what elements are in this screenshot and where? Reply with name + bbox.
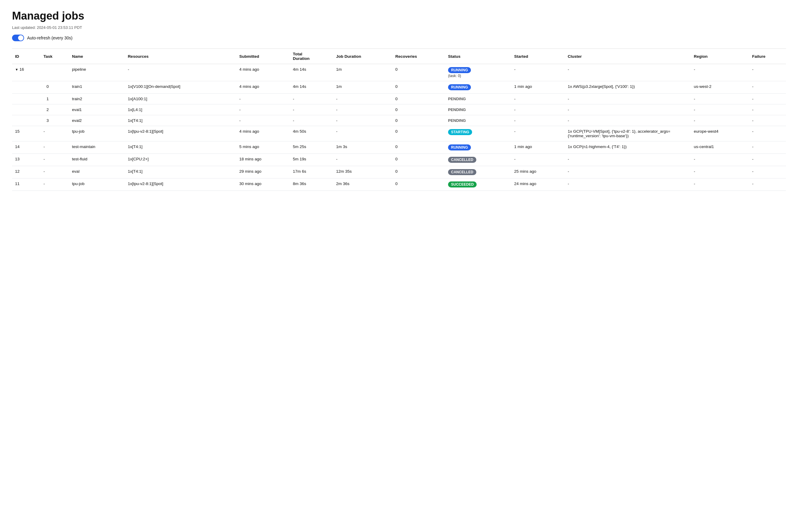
cell-total-duration: 5m 25s — [290, 141, 333, 154]
cell-cluster: - — [565, 154, 691, 166]
cell-task — [41, 64, 69, 81]
cell-job-duration: - — [333, 115, 392, 126]
expand-arrow[interactable]: ▼ — [15, 68, 18, 71]
cell-total-duration: - — [290, 104, 333, 115]
cell-name: train2 — [69, 94, 125, 104]
col-started: Started — [511, 49, 565, 64]
cell-job-duration: - — [333, 94, 392, 104]
status-badge: PENDING — [448, 97, 466, 101]
cell-started: - — [511, 104, 565, 115]
table-row: ▼ 16pipeline-4 mins ago4m 14s1m0RUNNING(… — [12, 64, 786, 81]
cell-status: RUNNING(task: 0) — [445, 64, 511, 81]
cell-failure: - — [749, 141, 786, 154]
auto-refresh-label: Auto-refresh (every 30s) — [27, 36, 73, 40]
cell-started: 1 min ago — [511, 81, 565, 94]
col-cluster: Cluster — [565, 49, 691, 64]
cell-submitted: 4 mins ago — [236, 81, 290, 94]
col-recoveries: Recoveries — [392, 49, 445, 64]
cell-total-duration: 4m 14s — [290, 64, 333, 81]
cell-started: - — [511, 94, 565, 104]
cell-status: STARTING — [445, 126, 511, 141]
status-badge: CANCELLED — [448, 157, 476, 163]
cell-task: - — [41, 178, 69, 191]
cell-submitted: 30 mins ago — [236, 178, 290, 191]
cell-total-duration: 17m 6s — [290, 166, 333, 178]
cell-task: - — [41, 154, 69, 166]
cell-job-duration: - — [333, 154, 392, 166]
cell-name: eval2 — [69, 115, 125, 126]
status-badge: PENDING — [448, 118, 466, 123]
col-task: Task — [41, 49, 69, 64]
table-header-row: ID Task Name Resources Submitted TotalDu… — [12, 49, 786, 64]
cell-cluster: - — [565, 64, 691, 81]
cell-name: tpu-job — [69, 126, 125, 141]
col-resources: Resources — [125, 49, 236, 64]
status-badge: PENDING — [448, 108, 466, 112]
cell-total-duration: - — [290, 94, 333, 104]
cell-recoveries: 0 — [392, 141, 445, 154]
table-row: 11-tpu-job1x[tpu-v2-8:1][Spot]30 mins ag… — [12, 178, 786, 191]
cell-task: - — [41, 166, 69, 178]
cell-id: 13 — [12, 154, 41, 166]
table-row: 0train11x[V100:1][On-demand|Spot]4 mins … — [12, 81, 786, 94]
col-id: ID — [12, 49, 41, 64]
col-name: Name — [69, 49, 125, 64]
table-row: 2eval11x[L4:1]---0PENDING---- — [12, 104, 786, 115]
cell-cluster: - — [565, 94, 691, 104]
cell-started: 1 min ago — [511, 141, 565, 154]
cell-started: - — [511, 115, 565, 126]
cell-recoveries: 0 — [392, 126, 445, 141]
cell-cluster: 1x AWS(p3.2xlarge[Spot], {'V100': 1}) — [565, 81, 691, 94]
cell-status: CANCELLED — [445, 166, 511, 178]
cell-job-duration: 1m 3s — [333, 141, 392, 154]
cell-id — [12, 81, 41, 94]
cell-region: europe-west4 — [691, 126, 749, 141]
cell-id: 15 — [12, 126, 41, 141]
cell-task: 2 — [41, 104, 69, 115]
table-row: 12-eval1x[T4:1]29 mins ago17m 6s12m 35s0… — [12, 166, 786, 178]
col-job-duration: Job Duration — [333, 49, 392, 64]
cell-submitted: 4 mins ago — [236, 64, 290, 81]
cell-failure: - — [749, 64, 786, 81]
cell-started: 24 mins ago — [511, 178, 565, 191]
cell-status: PENDING — [445, 104, 511, 115]
auto-refresh-toggle[interactable] — [12, 35, 24, 41]
cell-failure: - — [749, 115, 786, 126]
cell-status: SUCCEEDED — [445, 178, 511, 191]
cell-id — [12, 115, 41, 126]
cell-submitted: 4 mins ago — [236, 126, 290, 141]
cell-recoveries: 0 — [392, 81, 445, 94]
cell-status: PENDING — [445, 115, 511, 126]
cell-submitted: - — [236, 115, 290, 126]
cell-total-duration: 4m 14s — [290, 81, 333, 94]
cell-id: 14 — [12, 141, 41, 154]
cell-region: - — [691, 115, 749, 126]
cell-task: - — [41, 126, 69, 141]
cell-submitted: 29 mins ago — [236, 166, 290, 178]
cell-name: eval — [69, 166, 125, 178]
cell-submitted: - — [236, 94, 290, 104]
last-updated: Last updated: 2024-05-01 23:53:11 PDT — [12, 25, 786, 30]
col-total-duration: TotalDuration — [290, 49, 333, 64]
cell-job-duration: - — [333, 104, 392, 115]
cell-resources: 1x[T4:1] — [125, 166, 236, 178]
cell-resources: 1x[L4:1] — [125, 104, 236, 115]
cell-submitted: 18 mins ago — [236, 154, 290, 166]
cell-recoveries: 0 — [392, 94, 445, 104]
cell-name: pipeline — [69, 64, 125, 81]
cell-job-duration: 2m 36s — [333, 178, 392, 191]
col-failure: Failure — [749, 49, 786, 64]
cell-task: 0 — [41, 81, 69, 94]
auto-refresh-container: Auto-refresh (every 30s) — [12, 35, 786, 41]
cell-id: ▼ 16 — [12, 64, 41, 81]
cell-resources: 1x[CPU:2+] — [125, 154, 236, 166]
cell-job-duration: - — [333, 126, 392, 141]
cell-failure: - — [749, 154, 786, 166]
page-title: Managed jobs — [12, 10, 786, 22]
cell-resources: 1x[T4:1] — [125, 141, 236, 154]
cell-id — [12, 104, 41, 115]
cell-job-duration: 1m — [333, 81, 392, 94]
cell-resources: 1x[tpu-v2-8:1][Spot] — [125, 178, 236, 191]
cell-started: 25 mins ago — [511, 166, 565, 178]
cell-job-duration: 1m — [333, 64, 392, 81]
